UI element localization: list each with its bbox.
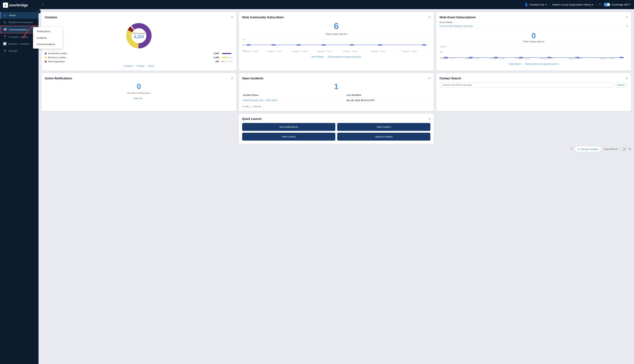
contacts-link[interactable]: Contacts	[124, 65, 133, 67]
nixle-event-view-report-link[interactable]: View Report	[509, 63, 521, 65]
incident-name-link[interactable]: IPAWS Monthly Test – WEA ONLY	[243, 99, 278, 102]
topbar: » 👤 Christian Cole ▾ Rainier County (Org…	[39, 0, 634, 9]
reports-analytics-icon: 📊	[3, 42, 7, 46]
donut-chart: Total Contacts 4,223	[124, 21, 154, 50]
donut-total-label: Total Contacts	[132, 32, 145, 34]
360-toggle[interactable]	[604, 3, 610, 6]
contacts-legend: Residential Landlin... 2,605 Business La…	[45, 52, 233, 63]
org-dropdown-icon: ▾	[592, 3, 593, 6]
nixle-event-sub: Total Unique Opt-ins	[440, 40, 628, 43]
dropdown-incidents[interactable]: Incidents	[33, 35, 62, 41]
svg-text:Apr 23: Apr 23	[599, 58, 614, 60]
search-card-title: Contact Search	[440, 77, 461, 80]
upload-contacts-button[interactable]: Upload Contacts	[337, 133, 430, 140]
incidents-count: 1	[242, 82, 430, 91]
legend-bar-0	[222, 53, 231, 54]
rules-link[interactable]: Rules	[148, 65, 154, 67]
notif-view-all-link[interactable]: View all...	[45, 97, 233, 100]
incident-pagination: 1-1 of 1 | View all...	[242, 105, 430, 108]
sidebar-item-contacts-assets[interactable]: 📍 Contacts + Assets	[0, 33, 39, 40]
svg-text:Apr 20: Apr 20	[515, 58, 530, 60]
auto-refresh-toggle[interactable]	[620, 148, 626, 151]
nixle-sub: Total Unique Opt-ins	[242, 32, 430, 35]
nixle-event-menu-icon[interactable]: ≡	[626, 16, 628, 19]
contact-search-input[interactable]	[440, 82, 612, 88]
content-grid: ? ⚙ Manage Widgets Auto Refresh ↻ Contac…	[39, 9, 634, 364]
incidents-menu-icon[interactable]: ≡	[428, 76, 430, 80]
notif-menu-icon[interactable]: ≡	[231, 76, 233, 80]
notif-card-title: Active Notifications	[45, 77, 72, 80]
svg-text:Apr 17: Apr 17	[267, 50, 282, 52]
col-last-modified: Last Modified	[346, 93, 430, 98]
dropdown-communications[interactable]: Communications	[33, 41, 62, 48]
svg-text:Apr 21: Apr 21	[371, 50, 386, 52]
groups-link[interactable]: Groups	[137, 65, 144, 67]
incidents-view-all-link[interactable]: View all...	[253, 105, 262, 108]
dropdown-notifications[interactable]: Notifications	[33, 28, 62, 35]
nixle-view-report-link[interactable]: View Report	[311, 56, 324, 58]
svg-point-33	[619, 57, 624, 58]
topbar-org[interactable]: Rainier County (Organization Admin) ▾	[550, 3, 596, 6]
sidebar-item-label: Communications	[9, 28, 27, 31]
svg-text:Apr 18: Apr 18	[292, 50, 307, 52]
nixle-menu-icon[interactable]: ≡	[428, 16, 430, 19]
sidebar-item-home[interactable]: ⌂ Home	[0, 12, 39, 19]
event-dropdown[interactable]: Free COVID Testing in the Park ▾	[440, 25, 628, 29]
topbar-arrows[interactable]: »	[42, 3, 44, 6]
svg-text:Apr 19: Apr 19	[317, 50, 332, 52]
svg-point-11	[350, 44, 355, 46]
sidebar-item-label: Situational Awareness	[9, 21, 33, 24]
sidebar-item-reports-analytics[interactable]: 📊 Reports + Analytics	[0, 40, 39, 47]
topbar-user[interactable]: 👤 Christian Cole ▾	[524, 3, 547, 6]
new-contact-button[interactable]: New Contact	[242, 133, 335, 140]
logo-icon: e	[3, 2, 8, 8]
main-area: » 👤 Christian Cole ▾ Rainier County (Org…	[39, 0, 634, 364]
search-menu-icon[interactable]: ≡	[626, 76, 628, 80]
svg-point-8	[271, 44, 276, 46]
nixle-event-best-practices-link[interactable]: Best practices for gaining opt-ins	[525, 63, 558, 65]
incidents-card-header: Open Incidents ≡	[242, 76, 430, 80]
contacts-menu-icon[interactable]: ≡	[231, 16, 233, 19]
legend-item-0: Residential Landlin... 2,605	[45, 52, 233, 55]
chevron-down-icon: ▾	[626, 25, 628, 28]
user-icon: 👤	[524, 3, 528, 6]
search-button[interactable]: Search	[614, 82, 628, 88]
legend-count-1: 1,366	[213, 56, 219, 59]
sidebar-item-situational-awareness[interactable]: ◎ Situational Awareness	[0, 19, 39, 26]
svg-text:Apr 17: Apr 17	[441, 58, 456, 60]
sidebar-item-settings[interactable]: ⚙ Settings	[0, 47, 39, 54]
donut-total-num: 4,223	[132, 34, 145, 39]
svg-text:Apr 16: Apr 16	[243, 50, 258, 52]
svg-point-7	[246, 44, 251, 46]
legend-name-0: Residential Landlin...	[48, 52, 212, 55]
col-incident-name: Incident Name	[242, 93, 346, 98]
event-name-value: Free COVID Testing in the Park	[440, 25, 473, 28]
contacts-card: Contacts ≡ Total Contacts 4,223	[42, 12, 236, 70]
situational-awareness-icon: ◎	[3, 20, 7, 24]
manage-widgets-button[interactable]: ⚙ Manage Widgets	[575, 146, 601, 152]
sidebar-item-label: Reports + Analytics	[9, 42, 30, 45]
widget-topbar: ? ⚙ Manage Widgets Auto Refresh ↻	[42, 146, 631, 152]
svg-text:10: 10	[440, 46, 446, 48]
svg-text:Apr 18: Apr 18	[465, 58, 480, 60]
quick-launch-header: Quick Launch ≡	[242, 117, 430, 121]
quick-menu-icon[interactable]: ≡	[428, 117, 430, 121]
new-notification-button[interactable]: New Notification▾	[242, 123, 335, 131]
refresh-icon[interactable]: ↻	[629, 147, 631, 151]
donut-section: Total Contacts 4,223	[45, 21, 233, 50]
svg-point-12	[378, 44, 383, 46]
new-incident-button[interactable]: New Incident	[337, 123, 430, 131]
sidebar-item-label: Settings	[9, 50, 18, 52]
sidebar: e everbridge « ⌂ Home ◎ Situational Awar…	[0, 0, 39, 364]
widget-help-icon[interactable]: ?	[571, 148, 572, 151]
search-card: Contact Search ≡ Search	[436, 73, 631, 111]
sidebar-item-communications[interactable]: 📢 Communications	[0, 26, 39, 33]
svg-point-9	[296, 44, 301, 46]
nixle-best-practices-link[interactable]: Best practices for gaining opt-ins	[328, 56, 361, 58]
legend-name-2: Web Registration	[48, 60, 214, 63]
nixle-event-card: Nixle Event Subscriptions ≡ Event Name: …	[436, 12, 631, 70]
table-row: IPAWS Monthly Test – WEA ONLY Dec 09, 20…	[242, 98, 430, 103]
help-icon[interactable]: ?	[599, 3, 601, 6]
svg-point-10	[321, 44, 326, 46]
sidebar-item-label: Contacts + Assets	[9, 36, 28, 38]
